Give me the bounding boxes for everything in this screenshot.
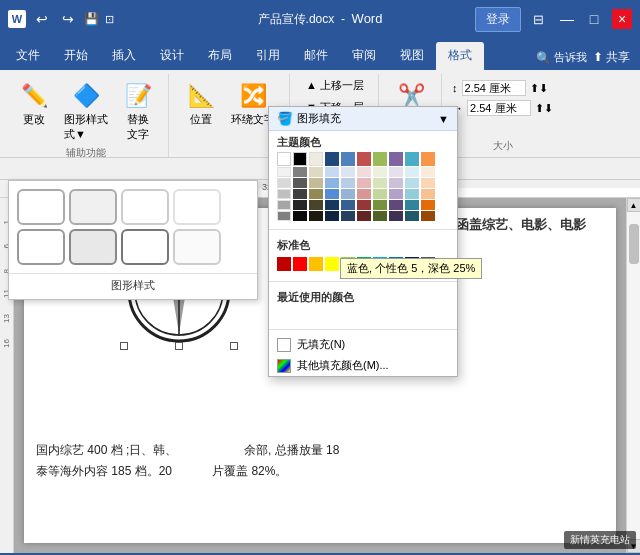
no-fill-option[interactable]: 无填充(N) — [269, 334, 457, 355]
more-colors-option[interactable]: 其他填充颜色(M)... — [269, 355, 457, 376]
color-black-base[interactable] — [293, 152, 307, 166]
color-col3-t4[interactable] — [325, 200, 339, 210]
shape-style-1[interactable] — [17, 189, 65, 225]
tab-layout[interactable]: 布局 — [196, 42, 244, 70]
share-button[interactable]: ⬆ 共享 — [593, 49, 630, 66]
color-col2-t2[interactable] — [309, 178, 323, 188]
tab-home[interactable]: 开始 — [52, 42, 100, 70]
color-col7-t1[interactable] — [389, 167, 403, 177]
color-white-t2[interactable] — [277, 178, 291, 188]
undo-button[interactable]: ↩ — [32, 9, 52, 29]
color-col7-base[interactable] — [389, 152, 403, 166]
minimize-button[interactable]: — — [556, 9, 576, 29]
color-white-t5[interactable] — [277, 211, 291, 221]
height-input[interactable] — [462, 80, 526, 96]
color-col4-t4[interactable] — [341, 200, 355, 210]
color-col9-t5[interactable] — [421, 211, 435, 221]
color-col8-t1[interactable] — [405, 167, 419, 177]
color-col2-t5[interactable] — [309, 211, 323, 221]
std-color-1[interactable] — [277, 257, 291, 271]
color-col7-t3[interactable] — [389, 189, 403, 199]
color-black-t1[interactable] — [293, 167, 307, 177]
color-col6-t1[interactable] — [373, 167, 387, 177]
color-col5-t1[interactable] — [357, 167, 371, 177]
color-col3-t3[interactable] — [325, 189, 339, 199]
color-col6-t3[interactable] — [373, 189, 387, 199]
shape-style-5[interactable] — [17, 229, 65, 265]
color-col7-t5[interactable] — [389, 211, 403, 221]
color-col5-t5[interactable] — [357, 211, 371, 221]
shape-style-7[interactable] — [121, 229, 169, 265]
redo-button[interactable]: ↪ — [58, 9, 78, 29]
width-input[interactable] — [467, 100, 531, 116]
color-white-t3[interactable] — [277, 189, 291, 199]
std-color-2[interactable] — [293, 257, 307, 271]
tab-mailings[interactable]: 邮件 — [292, 42, 340, 70]
color-col4-base[interactable] — [341, 152, 355, 166]
ribbon-toggle-icon[interactable]: ⊟ — [529, 10, 548, 29]
color-black-t3[interactable] — [293, 189, 307, 199]
shape-style-8[interactable] — [173, 229, 221, 265]
color-col8-t4[interactable] — [405, 200, 419, 210]
scrollbar-track[interactable] — [627, 212, 640, 539]
color-white-base[interactable] — [277, 152, 291, 166]
color-col8-t5[interactable] — [405, 211, 419, 221]
color-col3-t2[interactable] — [325, 178, 339, 188]
handle-bm[interactable] — [175, 342, 183, 350]
color-col6-t4[interactable] — [373, 200, 387, 210]
color-col6-t2[interactable] — [373, 178, 387, 188]
shape-style-4[interactable] — [173, 189, 221, 225]
color-col5-t4[interactable] — [357, 200, 371, 210]
color-black-t4[interactable] — [293, 200, 307, 210]
color-col3-t5[interactable] — [325, 211, 339, 221]
bring-forward-button[interactable]: ▲ 上移一层 — [300, 76, 370, 95]
shape-style-button[interactable]: 🔷 图形样式式▼ — [58, 76, 114, 146]
width-stepper[interactable]: ⬆⬇ — [535, 102, 553, 115]
color-col4-t1[interactable] — [341, 167, 355, 177]
color-col7-t2[interactable] — [389, 178, 403, 188]
change-button[interactable]: ✏️ 更改 — [12, 76, 56, 146]
tab-format[interactable]: 格式 — [436, 42, 484, 70]
color-col2-t4[interactable] — [309, 200, 323, 210]
color-col9-t1[interactable] — [421, 167, 435, 177]
scrollbar-thumb[interactable] — [629, 224, 639, 264]
height-stepper[interactable]: ⬆⬇ — [530, 82, 548, 95]
color-col8-t3[interactable] — [405, 189, 419, 199]
color-col4-t5[interactable] — [341, 211, 355, 221]
color-col9-t3[interactable] — [421, 189, 435, 199]
scroll-up-button[interactable]: ▲ — [627, 198, 641, 212]
color-col5-t3[interactable] — [357, 189, 371, 199]
color-col2-t1[interactable] — [309, 167, 323, 177]
autosave-icon[interactable]: 💾 — [84, 12, 99, 26]
tab-insert[interactable]: 插入 — [100, 42, 148, 70]
color-col6-t5[interactable] — [373, 211, 387, 221]
color-picker-close[interactable]: ▼ — [438, 113, 449, 125]
color-col9-base[interactable] — [421, 152, 435, 166]
tab-references[interactable]: 引用 — [244, 42, 292, 70]
color-white-t4[interactable] — [277, 200, 291, 210]
tab-review[interactable]: 审阅 — [340, 42, 388, 70]
color-col7-t4[interactable] — [389, 200, 403, 210]
std-color-3[interactable] — [309, 257, 323, 271]
std-color-4[interactable] — [325, 257, 339, 271]
color-col5-t2[interactable] — [357, 178, 371, 188]
color-black-t5[interactable] — [293, 211, 307, 221]
shape-style-2[interactable] — [69, 189, 117, 225]
tab-design[interactable]: 设计 — [148, 42, 196, 70]
color-col2-base[interactable] — [309, 152, 323, 166]
maximize-button[interactable]: □ — [584, 9, 604, 29]
color-col5-base[interactable] — [357, 152, 371, 166]
color-black-t2[interactable] — [293, 178, 307, 188]
tab-file[interactable]: 文件 — [4, 42, 52, 70]
tell-me-search[interactable]: 🔍 告诉我 — [536, 50, 587, 65]
shape-style-3[interactable] — [121, 189, 169, 225]
color-col9-t4[interactable] — [421, 200, 435, 210]
login-button[interactable]: 登录 — [475, 7, 521, 32]
color-col6-base[interactable] — [373, 152, 387, 166]
alt-text-button[interactable]: 📝 替换文字 — [116, 76, 160, 146]
color-col3-base[interactable] — [325, 152, 339, 166]
restore-icon[interactable]: ⊡ — [105, 13, 114, 26]
position-button[interactable]: 📐 位置 — [179, 76, 223, 131]
color-col4-t2[interactable] — [341, 178, 355, 188]
color-white-t1[interactable] — [277, 167, 291, 177]
